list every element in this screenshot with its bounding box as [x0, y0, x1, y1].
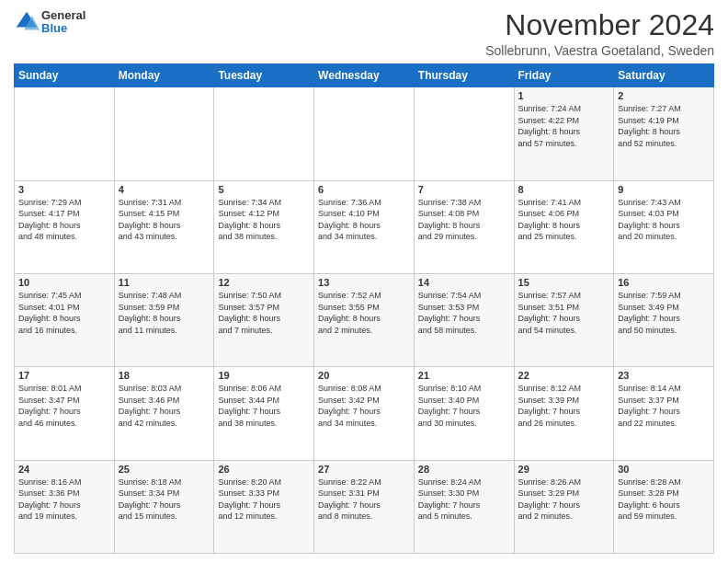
day-info: Sunrise: 7:52 AM Sunset: 3:55 PM Dayligh… [318, 290, 410, 336]
logo-blue: Blue [41, 21, 67, 35]
day-number: 16 [618, 277, 710, 288]
calendar-cell: 26Sunrise: 8:20 AM Sunset: 3:33 PM Dayli… [214, 460, 314, 553]
calendar-cell: 3Sunrise: 7:29 AM Sunset: 4:17 PM Daylig… [15, 180, 115, 273]
calendar-cell: 11Sunrise: 7:48 AM Sunset: 3:59 PM Dayli… [114, 273, 214, 366]
day-number: 27 [318, 464, 410, 475]
calendar-table: SundayMondayTuesdayWednesdayThursdayFrid… [14, 63, 714, 554]
day-number: 15 [518, 277, 610, 288]
logo-text: General Blue [41, 9, 85, 36]
logo: General Blue [14, 9, 85, 36]
calendar-cell: 6Sunrise: 7:36 AM Sunset: 4:10 PM Daylig… [314, 180, 415, 273]
weekday-header: Saturday [614, 64, 714, 87]
day-info: Sunrise: 8:01 AM Sunset: 3:47 PM Dayligh… [18, 383, 110, 429]
day-info: Sunrise: 7:34 AM Sunset: 4:12 PM Dayligh… [218, 197, 310, 243]
day-info: Sunrise: 8:03 AM Sunset: 3:46 PM Dayligh… [119, 383, 210, 429]
calendar-cell: 22Sunrise: 8:12 AM Sunset: 3:39 PM Dayli… [514, 367, 614, 460]
calendar-cell: 23Sunrise: 8:14 AM Sunset: 3:37 PM Dayli… [614, 367, 714, 460]
weekday-header: Thursday [414, 64, 514, 87]
day-info: Sunrise: 8:12 AM Sunset: 3:39 PM Dayligh… [518, 383, 610, 429]
day-number: 5 [218, 184, 310, 195]
month-title: November 2024 [485, 9, 714, 41]
calendar-cell [214, 87, 314, 180]
day-number: 11 [119, 277, 210, 288]
day-number: 7 [418, 184, 510, 195]
calendar-week-row: 17Sunrise: 8:01 AM Sunset: 3:47 PM Dayli… [15, 367, 714, 460]
day-info: Sunrise: 7:38 AM Sunset: 4:08 PM Dayligh… [418, 197, 510, 243]
calendar-cell: 8Sunrise: 7:41 AM Sunset: 4:06 PM Daylig… [514, 180, 614, 273]
calendar-cell: 9Sunrise: 7:43 AM Sunset: 4:03 PM Daylig… [614, 180, 714, 273]
day-info: Sunrise: 8:08 AM Sunset: 3:42 PM Dayligh… [318, 383, 410, 429]
weekday-header: Friday [514, 64, 614, 87]
day-number: 6 [318, 184, 410, 195]
day-info: Sunrise: 7:31 AM Sunset: 4:15 PM Dayligh… [119, 197, 210, 243]
day-info: Sunrise: 8:10 AM Sunset: 3:40 PM Dayligh… [418, 383, 510, 429]
day-number: 24 [18, 464, 110, 475]
day-number: 10 [18, 277, 110, 288]
day-info: Sunrise: 7:57 AM Sunset: 3:51 PM Dayligh… [518, 290, 610, 336]
day-info: Sunrise: 8:22 AM Sunset: 3:31 PM Dayligh… [318, 477, 410, 523]
day-info: Sunrise: 7:45 AM Sunset: 4:01 PM Dayligh… [18, 290, 110, 336]
day-info: Sunrise: 8:16 AM Sunset: 3:36 PM Dayligh… [18, 477, 110, 523]
calendar-week-row: 24Sunrise: 8:16 AM Sunset: 3:36 PM Dayli… [15, 460, 714, 553]
day-number: 18 [119, 370, 210, 381]
calendar-cell: 7Sunrise: 7:38 AM Sunset: 4:08 PM Daylig… [414, 180, 514, 273]
calendar-week-row: 1Sunrise: 7:24 AM Sunset: 4:22 PM Daylig… [15, 87, 714, 180]
day-info: Sunrise: 8:20 AM Sunset: 3:33 PM Dayligh… [218, 477, 310, 523]
calendar-cell [15, 87, 115, 180]
logo-icon [14, 9, 40, 35]
weekday-header: Tuesday [214, 64, 314, 87]
day-info: Sunrise: 7:41 AM Sunset: 4:06 PM Dayligh… [518, 197, 610, 243]
header: General Blue November 2024 Sollebrunn, V… [14, 9, 714, 58]
calendar-cell: 28Sunrise: 8:24 AM Sunset: 3:30 PM Dayli… [414, 460, 514, 553]
weekday-header: Monday [114, 64, 214, 87]
day-info: Sunrise: 8:28 AM Sunset: 3:28 PM Dayligh… [618, 477, 710, 523]
calendar-cell: 25Sunrise: 8:18 AM Sunset: 3:34 PM Dayli… [114, 460, 214, 553]
day-number: 26 [218, 464, 310, 475]
day-number: 17 [18, 370, 110, 381]
day-number: 2 [618, 90, 710, 101]
day-info: Sunrise: 7:59 AM Sunset: 3:49 PM Dayligh… [618, 290, 710, 336]
day-info: Sunrise: 7:27 AM Sunset: 4:19 PM Dayligh… [618, 103, 710, 149]
day-info: Sunrise: 8:18 AM Sunset: 3:34 PM Dayligh… [119, 477, 210, 523]
day-info: Sunrise: 8:06 AM Sunset: 3:44 PM Dayligh… [218, 383, 310, 429]
day-number: 20 [318, 370, 410, 381]
calendar-cell: 2Sunrise: 7:27 AM Sunset: 4:19 PM Daylig… [614, 87, 714, 180]
day-number: 28 [418, 464, 510, 475]
location-subtitle: Sollebrunn, Vaestra Goetaland, Sweden [485, 43, 714, 58]
calendar-cell: 20Sunrise: 8:08 AM Sunset: 3:42 PM Dayli… [314, 367, 415, 460]
calendar-cell: 30Sunrise: 8:28 AM Sunset: 3:28 PM Dayli… [614, 460, 714, 553]
day-number: 1 [518, 90, 610, 101]
calendar-cell [114, 87, 214, 180]
day-info: Sunrise: 8:26 AM Sunset: 3:29 PM Dayligh… [518, 477, 610, 523]
title-block: November 2024 Sollebrunn, Vaestra Goetal… [485, 9, 714, 58]
day-info: Sunrise: 8:14 AM Sunset: 3:37 PM Dayligh… [618, 383, 710, 429]
calendar-cell: 10Sunrise: 7:45 AM Sunset: 4:01 PM Dayli… [15, 273, 115, 366]
day-number: 3 [18, 184, 110, 195]
logo-general: General [41, 8, 85, 22]
day-info: Sunrise: 7:54 AM Sunset: 3:53 PM Dayligh… [418, 290, 510, 336]
day-info: Sunrise: 7:50 AM Sunset: 3:57 PM Dayligh… [218, 290, 310, 336]
calendar-cell: 14Sunrise: 7:54 AM Sunset: 3:53 PM Dayli… [414, 273, 514, 366]
day-info: Sunrise: 7:36 AM Sunset: 4:10 PM Dayligh… [318, 197, 410, 243]
calendar-cell: 12Sunrise: 7:50 AM Sunset: 3:57 PM Dayli… [214, 273, 314, 366]
calendar-cell: 1Sunrise: 7:24 AM Sunset: 4:22 PM Daylig… [514, 87, 614, 180]
day-info: Sunrise: 7:48 AM Sunset: 3:59 PM Dayligh… [119, 290, 210, 336]
weekday-header: Sunday [15, 64, 115, 87]
day-info: Sunrise: 7:43 AM Sunset: 4:03 PM Dayligh… [618, 197, 710, 243]
calendar-cell: 4Sunrise: 7:31 AM Sunset: 4:15 PM Daylig… [114, 180, 214, 273]
day-number: 29 [518, 464, 610, 475]
day-number: 22 [518, 370, 610, 381]
calendar-cell: 21Sunrise: 8:10 AM Sunset: 3:40 PM Dayli… [414, 367, 514, 460]
calendar-cell: 13Sunrise: 7:52 AM Sunset: 3:55 PM Dayli… [314, 273, 415, 366]
day-info: Sunrise: 7:29 AM Sunset: 4:17 PM Dayligh… [18, 197, 110, 243]
calendar-cell: 19Sunrise: 8:06 AM Sunset: 3:44 PM Dayli… [214, 367, 314, 460]
day-number: 30 [618, 464, 710, 475]
calendar-cell [314, 87, 415, 180]
day-number: 4 [119, 184, 210, 195]
day-number: 8 [518, 184, 610, 195]
weekday-header: Wednesday [314, 64, 415, 87]
day-info: Sunrise: 8:24 AM Sunset: 3:30 PM Dayligh… [418, 477, 510, 523]
calendar-cell: 27Sunrise: 8:22 AM Sunset: 3:31 PM Dayli… [314, 460, 415, 553]
calendar-cell: 16Sunrise: 7:59 AM Sunset: 3:49 PM Dayli… [614, 273, 714, 366]
calendar-cell: 15Sunrise: 7:57 AM Sunset: 3:51 PM Dayli… [514, 273, 614, 366]
